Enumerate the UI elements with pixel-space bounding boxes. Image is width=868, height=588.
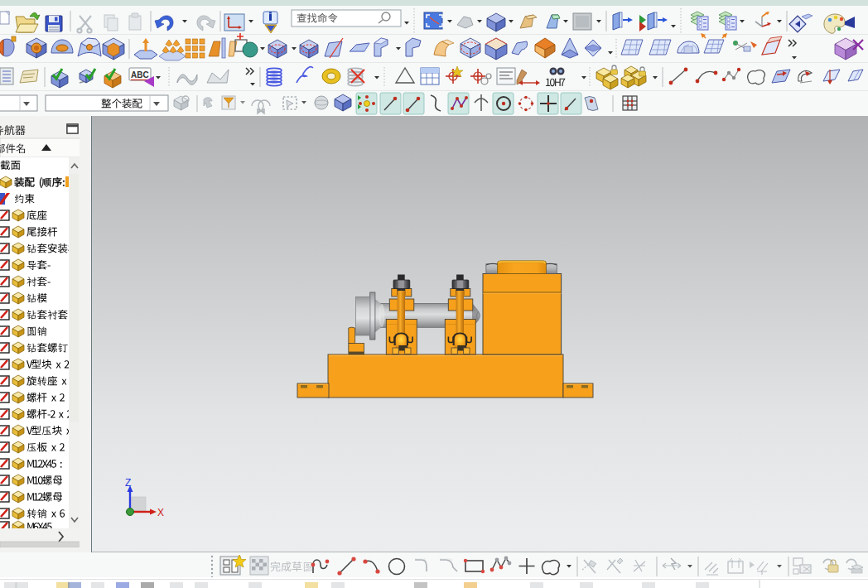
svg-text:X: X <box>157 507 164 518</box>
svg-text:ABC: ABC <box>131 70 149 80</box>
svg-text:Z: Z <box>125 477 131 489</box>
